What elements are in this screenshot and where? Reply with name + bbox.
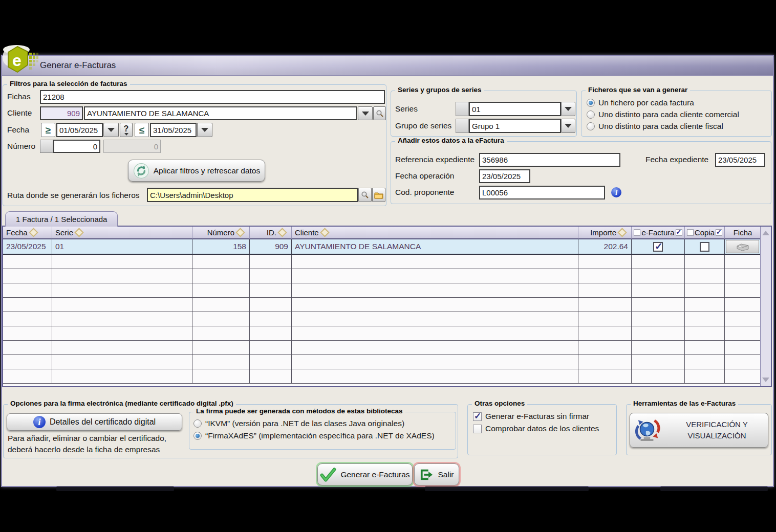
grupo-series-dropdown-button[interactable] [561, 119, 575, 133]
table-empty-cell [52, 269, 192, 283]
fecha-to-operator-button[interactable]: ≤ [135, 123, 149, 137]
radio-firmaxades[interactable]: “FirmaXAdES” (implementación específica … [193, 431, 435, 440]
table-empty-row [3, 283, 771, 298]
table-empty-cell [292, 341, 578, 355]
numero-from-input[interactable]: 0 [53, 140, 100, 153]
salir-button[interactable]: Salir [414, 463, 459, 485]
radio-cliente-fiscal[interactable]: Uno distinto para cada cliente fiscal [587, 122, 723, 131]
radio-cliente-comercial[interactable]: Uno distinto para cada cliente comercial [587, 110, 739, 119]
cell-serie[interactable]: 01 [52, 239, 192, 255]
ruta-folder-button[interactable] [372, 188, 385, 202]
greater-equal-icon: ≥ [46, 125, 51, 135]
table-vertical-scrollbar[interactable] [760, 227, 771, 386]
fecha-expediente-label: Fecha expediente [645, 155, 708, 164]
copia-checkbox[interactable] [700, 242, 709, 252]
cell-cliente[interactable]: AYUNTAMIENTO DE SALAMANCA [292, 239, 578, 255]
cell-id[interactable]: 909 [250, 239, 292, 255]
cliente-code-field[interactable]: 909 [40, 106, 83, 120]
check-icon [320, 468, 336, 482]
fecha-label: Fecha [7, 125, 29, 135]
header-efactura[interactable]: e-Factura [632, 227, 685, 239]
efactura-none-checkbox[interactable] [634, 229, 640, 236]
ruta-input[interactable]: C:\Users\admin\Desktop [147, 188, 358, 202]
cliente-search-button[interactable] [373, 106, 386, 120]
cod-proponente-input[interactable]: L00056 [479, 186, 605, 199]
radio-un-fichero[interactable]: Un fichero por cada factura [587, 98, 694, 107]
table-row[interactable]: 23/05/2025 01 158 909 AYUNTAMIENTO DE SA… [3, 239, 771, 255]
header-ficha: Ficha [725, 227, 761, 239]
detalles-certificado-button[interactable]: Detalles del certificado digital [7, 413, 182, 431]
titlebar[interactable]: Generar e-Facturas [2, 56, 773, 76]
tab-facturas[interactable]: 1 Factura / 1 Seleccionada [5, 211, 118, 227]
radio-label: “IKVM” (versión para .NET de las clases … [205, 419, 404, 428]
table-empty-cell [250, 326, 292, 341]
referencia-input[interactable]: 356986 [479, 153, 620, 167]
header-serie[interactable]: Serie [52, 227, 192, 239]
series-stub[interactable] [456, 102, 469, 116]
cliente-dropdown-button[interactable] [358, 106, 373, 120]
app-window: Generar e-Facturas Filtros para la selec… [1, 55, 774, 487]
fecha-from-input[interactable]: 01/05/2025 [56, 123, 103, 137]
otras-opciones-group: Otras opciones Generar e-Facturas sin fi… [467, 404, 617, 455]
checkbox-label: Generar e-Facturas sin firmar [485, 412, 589, 421]
table-empty-cell [52, 255, 192, 269]
series-dropdown-button[interactable] [561, 102, 575, 116]
checkbox-comprobar-datos[interactable]: Comprobar datos de los clientes [473, 424, 599, 433]
cell-efactura[interactable] [632, 239, 685, 255]
fecha-from-operator-button[interactable]: ≥ [41, 123, 55, 137]
bibliotecas-group: La firma puede ser generada con métodos … [189, 412, 456, 450]
header-numero[interactable]: Número [192, 227, 250, 239]
scroll-up-icon[interactable] [762, 231, 769, 235]
header-fecha[interactable]: Fecha [3, 227, 52, 239]
table-empty-cell [250, 355, 292, 369]
efactura-checkbox[interactable] [653, 242, 663, 252]
copia-all-checkbox[interactable] [716, 229, 722, 236]
grupo-series-stub[interactable] [456, 119, 469, 133]
radio-ikvm[interactable]: “IKVM” (versión para .NET de las clases … [193, 419, 404, 428]
table-empty-cell [578, 269, 632, 283]
efactura-all-checkbox[interactable] [676, 229, 682, 236]
header-id[interactable]: ID. [250, 227, 292, 239]
fichas-input[interactable]: 21208 [40, 90, 385, 104]
header-importe[interactable]: Importe [578, 227, 632, 239]
table-empty-cell [192, 283, 250, 298]
fecha-help-button[interactable]: ? [120, 123, 133, 137]
copia-none-checkbox[interactable] [687, 229, 694, 236]
table-empty-row [3, 326, 771, 341]
fecha-expediente-input[interactable]: 23/05/2025 [715, 153, 765, 167]
series-combo[interactable]: 01 [469, 102, 561, 116]
fecha-from-dropdown-button[interactable] [103, 123, 119, 137]
cell-fecha[interactable]: 23/05/2025 [3, 239, 52, 255]
chevron-down-icon [107, 128, 115, 132]
cliente-name-field[interactable]: AYUNTAMIENTO DE SALAMANCA [84, 106, 357, 120]
cell-copia[interactable] [685, 239, 725, 255]
header-copia[interactable]: Copia [685, 227, 725, 239]
aplicar-filtros-button[interactable]: Aplicar filtros y refrescar datos [128, 160, 265, 182]
info-icon[interactable] [611, 187, 621, 197]
grupo-series-combo[interactable]: Grupo 1 [469, 119, 561, 133]
fecha-to-input[interactable]: 31/05/2025 [150, 123, 197, 137]
table-empty-cell [52, 298, 192, 312]
firma-legend: Opciones para la firma electrónica (medi… [8, 400, 236, 407]
ficha-button[interactable] [726, 240, 759, 253]
checkbox-sin-firmar[interactable]: Generar e-Facturas sin firmar [473, 412, 589, 421]
sort-diamond-icon [235, 228, 245, 237]
header-cliente[interactable]: Cliente [292, 227, 578, 239]
fecha-to-dropdown-button[interactable] [197, 123, 212, 137]
cell-importe[interactable]: 202.64 [578, 239, 632, 255]
verificacion-button[interactable]: VERIFICACIÓN Y VISUALIZACIÓN [630, 413, 768, 448]
table-empty-cell [685, 283, 725, 298]
chevron-down-icon [565, 124, 572, 128]
table-empty-cell [725, 255, 761, 269]
info-icon [33, 416, 46, 428]
scroll-down-icon[interactable] [762, 378, 769, 382]
table-empty-cell [192, 312, 250, 326]
numero-stub[interactable] [40, 140, 53, 153]
table-empty-cell [725, 341, 761, 355]
fecha-operacion-input[interactable]: 23/05/2025 [479, 169, 530, 183]
cell-numero[interactable]: 158 [192, 239, 250, 255]
generar-efacturas-button[interactable]: Generar e-Facturas [317, 463, 413, 485]
cell-ficha[interactable] [725, 239, 761, 255]
ruta-search-button[interactable] [358, 188, 372, 202]
sort-diamond-icon [617, 228, 627, 237]
